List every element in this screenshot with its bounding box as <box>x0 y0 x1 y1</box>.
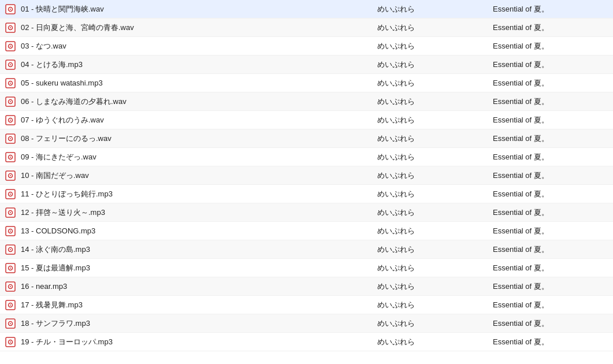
track-row[interactable]: 09 - 海にきたぞっ.wav めいぷれら Essential of 夏。 <box>0 148 613 166</box>
svg-point-32 <box>10 194 11 195</box>
track-album: Essential of 夏。 <box>493 96 608 107</box>
track-title: 15 - 夏は最適解.mp3 <box>21 263 377 273</box>
track-album: Essential of 夏。 <box>493 226 608 236</box>
track-album: Essential of 夏。 <box>493 60 608 70</box>
track-row[interactable]: 03 - なつ.wav めいぷれら Essential of 夏。 <box>0 37 613 55</box>
svg-point-23 <box>10 138 11 139</box>
track-title: 04 - とける海.mp3 <box>21 60 377 70</box>
track-file-icon <box>5 281 16 292</box>
track-album: Essential of 夏。 <box>493 152 608 162</box>
track-title: 18 - サンフラワ.mp3 <box>21 318 377 329</box>
track-row[interactable]: 18 - サンフラワ.mp3 めいぷれら Essential of 夏。 <box>0 314 613 333</box>
track-row[interactable]: 02 - 日向夏と海、宮崎の青春.wav めいぷれら Essential of … <box>0 18 613 37</box>
track-row[interactable]: 12 - 拝啓～送り火～.mp3 めいぷれら Essential of 夏。 <box>0 203 613 222</box>
track-row[interactable]: 05 - sukeru watashi.mp3 めいぷれら Essential … <box>0 74 613 92</box>
track-file-icon <box>5 96 16 107</box>
track-list: 01 - 快晴と関門海峡.wav めいぷれら Essential of 夏。 0… <box>0 0 613 351</box>
track-title: 10 - 南国だぞっ.wav <box>21 170 377 181</box>
track-file-icon <box>5 225 16 237</box>
track-artist: めいぷれら <box>377 4 493 14</box>
track-row[interactable]: 11 - ひとりぼっち鈍行.mp3 めいぷれら Essential of 夏。 <box>0 185 613 203</box>
track-album: Essential of 夏。 <box>493 4 608 14</box>
track-file-icon <box>5 244 16 255</box>
track-title: 12 - 拝啓～送り火～.mp3 <box>21 207 377 218</box>
track-artist: めいぷれら <box>377 170 493 181</box>
track-title: 05 - sukeru watashi.mp3 <box>21 79 377 87</box>
track-album: Essential of 夏。 <box>493 115 608 125</box>
track-title: 13 - COLDSONG.mp3 <box>21 226 377 235</box>
track-artist: めいぷれら <box>377 96 493 107</box>
track-artist: めいぷれら <box>377 189 493 199</box>
track-artist: めいぷれら <box>377 244 493 255</box>
track-artist: めいぷれら <box>377 78 493 88</box>
track-title: 02 - 日向夏と海、宮崎の青春.wav <box>21 23 377 33</box>
track-artist: めいぷれら <box>377 337 493 347</box>
track-artist: めいぷれら <box>377 318 493 329</box>
track-artist: めいぷれら <box>377 152 493 162</box>
svg-point-5 <box>10 27 11 28</box>
track-album: Essential of 夏。 <box>493 263 608 273</box>
track-row[interactable]: 07 - ゆうぐれのうみ.wav めいぷれら Essential of 夏。 <box>0 111 613 129</box>
svg-point-53 <box>10 323 11 324</box>
track-album: Essential of 夏。 <box>493 337 608 347</box>
track-file-icon <box>5 3 16 15</box>
svg-point-14 <box>10 83 11 84</box>
track-album: Essential of 夏。 <box>493 189 608 199</box>
svg-point-20 <box>10 120 11 121</box>
track-artist: めいぷれら <box>377 300 493 310</box>
track-album: Essential of 夏。 <box>493 133 608 144</box>
track-album: Essential of 夏。 <box>493 170 608 181</box>
track-row[interactable]: 15 - 夏は最適解.mp3 めいぷれら Essential of 夏。 <box>0 259 613 277</box>
track-row[interactable]: 04 - とける海.mp3 めいぷれら Essential of 夏。 <box>0 55 613 74</box>
track-artist: めいぷれら <box>377 281 493 292</box>
track-title: 14 - 泳ぐ南の島.mp3 <box>21 244 377 255</box>
svg-point-35 <box>10 212 11 213</box>
track-title: 16 - near.mp3 <box>21 282 377 291</box>
track-title: 11 - ひとりぼっち鈍行.mp3 <box>21 189 377 199</box>
track-row[interactable]: 14 - 泳ぐ南の島.mp3 めいぷれら Essential of 夏。 <box>0 240 613 259</box>
track-row[interactable]: 13 - COLDSONG.mp3 めいぷれら Essential of 夏。 <box>0 222 613 240</box>
svg-point-29 <box>10 175 11 176</box>
svg-point-41 <box>10 249 11 250</box>
track-album: Essential of 夏。 <box>493 300 608 310</box>
track-file-icon <box>5 151 16 163</box>
track-file-icon <box>5 207 16 218</box>
track-title: 07 - ゆうぐれのうみ.wav <box>21 115 377 125</box>
track-file-icon <box>5 262 16 274</box>
track-title: 01 - 快晴と関門海峡.wav <box>21 4 377 14</box>
svg-point-11 <box>10 64 11 65</box>
track-album: Essential of 夏。 <box>493 78 608 88</box>
track-album: Essential of 夏。 <box>493 207 608 218</box>
track-file-icon <box>5 188 16 200</box>
track-file-icon <box>5 336 16 348</box>
track-row[interactable]: 19 - チル・ヨーロッパ.mp3 めいぷれら Essential of 夏。 <box>0 333 613 351</box>
track-title: 06 - しまなみ海道の夕暮れ.wav <box>21 96 377 107</box>
track-file-icon <box>5 114 16 126</box>
track-artist: めいぷれら <box>377 41 493 51</box>
svg-point-38 <box>10 231 11 232</box>
track-file-icon <box>5 59 16 70</box>
track-row[interactable]: 17 - 残暑見舞.mp3 めいぷれら Essential of 夏。 <box>0 296 613 314</box>
track-row[interactable]: 08 - フェリーにのるっ.wav めいぷれら Essential of 夏。 <box>0 129 613 148</box>
track-artist: めいぷれら <box>377 115 493 125</box>
track-title: 19 - チル・ヨーロッパ.mp3 <box>21 337 377 347</box>
track-artist: めいぷれら <box>377 207 493 218</box>
svg-point-26 <box>10 157 11 158</box>
track-album: Essential of 夏。 <box>493 281 608 292</box>
track-row[interactable]: 16 - near.mp3 めいぷれら Essential of 夏。 <box>0 277 613 296</box>
svg-point-47 <box>10 286 11 287</box>
track-file-icon <box>5 77 16 89</box>
track-file-icon <box>5 40 16 52</box>
track-row[interactable]: 01 - 快晴と関門海峡.wav めいぷれら Essential of 夏。 <box>0 0 613 18</box>
track-file-icon <box>5 318 16 329</box>
track-row[interactable]: 10 - 南国だぞっ.wav めいぷれら Essential of 夏。 <box>0 166 613 185</box>
svg-point-44 <box>10 268 11 269</box>
track-artist: めいぷれら <box>377 263 493 273</box>
track-title: 08 - フェリーにのるっ.wav <box>21 133 377 144</box>
track-artist: めいぷれら <box>377 23 493 33</box>
track-row[interactable]: 06 - しまなみ海道の夕暮れ.wav めいぷれら Essential of 夏… <box>0 92 613 111</box>
track-file-icon <box>5 299 16 311</box>
track-album: Essential of 夏。 <box>493 41 608 51</box>
track-album: Essential of 夏。 <box>493 244 608 255</box>
track-title: 17 - 残暑見舞.mp3 <box>21 300 377 310</box>
